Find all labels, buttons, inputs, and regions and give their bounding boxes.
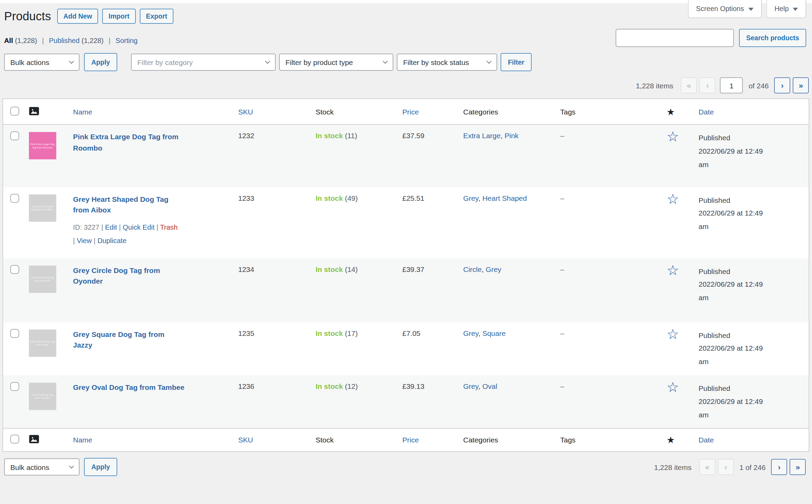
bulk-actions-select[interactable]: Bulk actions [4, 54, 79, 71]
current-page-input[interactable] [720, 77, 743, 94]
product-thumbnail[interactable]: Grey Circle Dog Tag from Oyonder [29, 265, 56, 293]
category-link[interactable]: Square [482, 329, 506, 337]
apply-button[interactable]: Apply [84, 458, 117, 476]
stock-qty: (49) [345, 194, 357, 202]
date-cell: Published 2022/06/29 at 12:49 am [698, 382, 771, 422]
category-link[interactable]: Extra Large [463, 132, 501, 140]
row-action-edit[interactable]: Edit [105, 223, 117, 231]
page-position-label: 1 of 246 [739, 463, 766, 471]
featured-toggle-star[interactable]: ☆ [666, 329, 679, 340]
row-action-trash[interactable]: Trash [160, 223, 178, 231]
sort-sku-header[interactable]: SKU [238, 436, 253, 444]
row-action-duplicate[interactable]: Duplicate [97, 237, 126, 244]
import-button[interactable]: Import [103, 9, 136, 24]
category-link[interactable]: Pink [504, 132, 519, 140]
published-status: Published [698, 194, 771, 207]
product-thumbnail[interactable]: Grey Heart Shaped Dog Tag from Aibox [29, 194, 56, 222]
view-published-link[interactable]: Published [49, 37, 79, 45]
chevron-down-icon [383, 58, 388, 64]
help-button[interactable]: Help [766, 0, 806, 18]
search-products-button[interactable]: Search products [739, 29, 806, 47]
filter-category-select[interactable]: Filter by category [131, 54, 276, 71]
product-name-link[interactable]: Pink Extra Large Dog Tag from Roombo [73, 132, 185, 154]
filter-stock-status-select[interactable]: Filter by stock status [397, 54, 497, 71]
date-cell: Published 2022/06/29 at 12:49 am [698, 265, 771, 305]
featured-toggle-star[interactable]: ☆ [666, 194, 679, 205]
product-thumbnail[interactable]: Pink Extra Large Dog Tag from Roombo [29, 132, 56, 160]
tags-value: – [560, 265, 564, 273]
select-all-checkbox[interactable] [10, 107, 19, 116]
sort-date-header[interactable]: Date [698, 436, 714, 444]
last-page-button[interactable]: » [793, 77, 809, 94]
category-link[interactable]: Circle [463, 265, 482, 273]
chevron-down-icon [69, 58, 74, 64]
stock-qty: (17) [345, 329, 357, 337]
category-link[interactable]: Grey [486, 265, 502, 273]
select-all-checkbox[interactable] [10, 435, 19, 444]
featured-toggle-star[interactable]: ☆ [666, 132, 679, 143]
row-checkbox[interactable] [10, 329, 19, 338]
row-checkbox[interactable] [10, 194, 19, 202]
tags-value: – [560, 194, 564, 202]
stock-status: In stock [316, 329, 343, 337]
pagination-top: 1,228 items « ‹ of 246 › » [0, 71, 812, 94]
sort-price-header[interactable]: Price [402, 108, 419, 116]
product-thumbnail[interactable]: Grey Oval Dog Tag from Tambee [29, 382, 56, 410]
next-page-button[interactable]: › [771, 459, 788, 475]
stock-status: In stock [316, 382, 343, 390]
category-link[interactable]: Heart Shaped [482, 194, 527, 202]
separator: | [109, 37, 110, 45]
product-name-link[interactable]: Grey Oval Dog Tag from Tambee [73, 382, 184, 393]
sort-date-header[interactable]: Date [698, 108, 714, 116]
category-link[interactable]: Oval [482, 382, 497, 390]
featured-star-icon: ★ [666, 435, 675, 445]
row-checkbox[interactable] [10, 382, 19, 391]
last-page-button[interactable]: » [790, 459, 806, 475]
next-page-button[interactable]: › [774, 77, 791, 94]
filter-button[interactable]: Filter [501, 53, 532, 72]
row-action-view[interactable]: View [77, 237, 92, 244]
featured-star-icon: ★ [666, 107, 675, 117]
sort-price-header[interactable]: Price [402, 436, 419, 444]
search-input[interactable] [616, 29, 734, 47]
categories-links: Grey, Square [463, 329, 505, 337]
sort-name-header[interactable]: Name [73, 436, 92, 444]
view-sorting-link[interactable]: Sorting [116, 37, 138, 45]
date-value: 2022/06/29 at 12:49 am [698, 278, 771, 305]
row-checkbox[interactable] [10, 265, 19, 274]
product-rows: Pink Extra Large Dog Tag from Roombo Pin… [3, 124, 809, 428]
row-action-quick-edit[interactable]: Quick Edit [123, 223, 154, 231]
tablenav-bottom: Bulk actions Apply 1,228 items « ‹ 1 of … [0, 452, 812, 476]
screen-options-button[interactable]: Screen Options [688, 0, 762, 18]
apply-button[interactable]: Apply [84, 53, 117, 72]
tags-value: – [560, 132, 564, 140]
prev-page-button: ‹ [718, 459, 734, 475]
category-link[interactable]: Grey [463, 194, 478, 202]
featured-toggle-star[interactable]: ☆ [666, 382, 679, 393]
view-all-link[interactable]: All [4, 37, 13, 45]
bulk-actions-select[interactable]: Bulk actions [4, 459, 79, 476]
export-button[interactable]: Export [140, 9, 173, 24]
product-thumbnail[interactable]: Grey Square Dog Tag from Jazzy [29, 329, 56, 357]
categories-header: Categories [463, 436, 498, 444]
bulk-actions-label: Bulk actions [10, 58, 49, 66]
featured-toggle-star[interactable]: ☆ [666, 265, 679, 276]
stock-qty: (12) [345, 382, 357, 390]
category-link[interactable]: Grey [463, 382, 478, 390]
row-checkbox[interactable] [10, 132, 19, 141]
sort-name-header[interactable]: Name [73, 108, 92, 116]
add-new-button[interactable]: Add New [57, 9, 98, 24]
product-thumbnail-label: Grey Oval Dog Tag from Tambee [29, 392, 56, 401]
sort-sku-header[interactable]: SKU [238, 108, 253, 116]
filter-product-type-select[interactable]: Filter by product type [279, 54, 394, 71]
chevron-down-icon [69, 463, 74, 469]
page-title: Products [4, 9, 51, 23]
product-thumbnail-label: Grey Heart Shaped Dog Tag from Aibox [29, 204, 56, 212]
product-name-link[interactable]: Grey Heart Shaped Dog Tag from Aibox [73, 194, 185, 216]
category-link[interactable]: Grey [463, 329, 478, 337]
product-name-link[interactable]: Grey Circle Dog Tag from Oyonder [73, 265, 185, 287]
stock-status: In stock [316, 132, 343, 140]
pagination-bottom: 1,228 items « ‹ 1 of 246 › » [654, 459, 809, 475]
published-status: Published [698, 329, 771, 342]
product-name-link[interactable]: Grey Square Dog Tag from Jazzy [73, 329, 185, 351]
